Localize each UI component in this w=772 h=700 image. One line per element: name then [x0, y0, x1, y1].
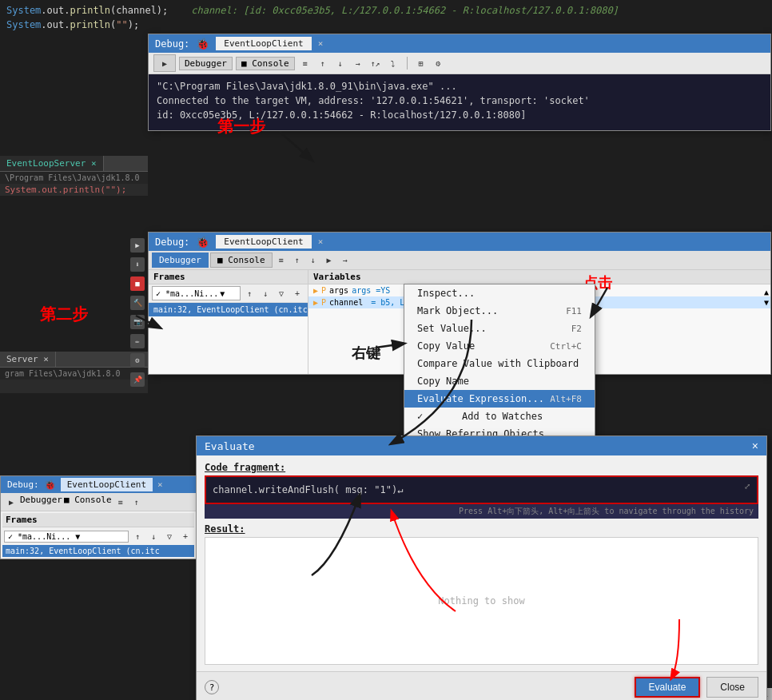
pin-icon-side[interactable]: 📌 [130, 372, 145, 387]
menu-item-copy-name[interactable]: Copy Name [404, 372, 595, 390]
up-frame-bottom[interactable]: ↑ [130, 529, 145, 543]
menu-item-compare-clipboard[interactable]: Compare Value with Clipboard [404, 355, 595, 372]
bottom-frame-item[interactable]: main:32, EventLoopClient (cn.itc [2, 545, 194, 557]
code-fragment-label: Code fragment: [205, 462, 758, 473]
left-ide-mid: Server × gram Files\Java\jdk1.8.0 [0, 352, 148, 393]
step-out-icon[interactable]: ↑↗ [368, 56, 383, 70]
scroll-up-icon[interactable]: ▲ [764, 288, 769, 296]
scroll-down-icon[interactable]: ▼ [764, 298, 769, 307]
filter-icon[interactable]: ▽ [274, 286, 289, 300]
down-frame-bottom[interactable]: ↓ [146, 529, 161, 543]
add-icon[interactable]: + [290, 286, 304, 300]
edit-icon-side[interactable]: ✏ [130, 334, 145, 348]
gear-icon-side[interactable]: ⚙ [130, 353, 145, 368]
debugger-tab-bottom[interactable]: Debugger [20, 495, 62, 509]
left-ide-tab-bar-top: EventLoopServer × [0, 156, 148, 172]
close-dialog-button[interactable]: Close [706, 677, 758, 698]
help-icon[interactable]: ? [205, 680, 219, 694]
code-input-box[interactable]: channel.writeAndFlush( msg: "1")↵ ⤢ [205, 475, 758, 504]
play-icon-side[interactable]: ▶ [130, 238, 145, 253]
evaluate-title: Evaluate [205, 440, 255, 452]
thread-dropdown-bottom[interactable]: ✓ *ma...Ni... ▼ [4, 531, 129, 543]
close-tab-top[interactable]: × [318, 38, 324, 49]
result-area: Nothing to show [205, 537, 758, 665]
debug-label-mid: Debug: [155, 237, 189, 248]
debug-title-bar-mid: Debug: 🐞 EventLoopClient × [149, 233, 770, 251]
left-ide-path-top: \Program Files\Java\jdk1.8.0 [0, 172, 148, 184]
grid-icon[interactable]: ⊞ [414, 56, 428, 70]
arrow-icon-mid[interactable]: → [338, 253, 352, 268]
down-icon-mid[interactable]: ↓ [306, 253, 320, 268]
evaluate-footer: ? Evaluate Close [197, 671, 766, 700]
bottom-frames: Frames ✓ *ma...Ni... ▼ ↑ ↓ ▽ + main:32, … [1, 511, 196, 559]
menu-item-mark-object[interactable]: Mark Object... F11 [404, 302, 595, 320]
toolbar-btn-group: ▶ [153, 54, 176, 72]
hint-bar: Press Alt+向下箭头, Alt+向上箭头 to navigate thr… [205, 504, 758, 519]
settings-icon[interactable]: ⚙ [432, 56, 446, 70]
var-name-channel: channel [329, 298, 363, 307]
console-tab-bottom[interactable]: ■ Console [64, 495, 112, 509]
step2-annotation: 第二步 [40, 304, 88, 325]
menu-icon[interactable]: ≡ [298, 56, 312, 70]
left-ide-code-top: System.out.println(""); [0, 184, 148, 196]
debug-title-bar-bottom: Debug: 🐞 EventLoopClient × [1, 476, 196, 493]
side-icons: ▶ ⬇ ■ 🔨 📷 ✏ ⚙ 📌 [130, 232, 148, 387]
left-ide-tab-top[interactable]: EventLoopServer × [0, 156, 104, 171]
expand-input-icon[interactable]: ⤢ [744, 482, 750, 491]
output-line-1: "C:\Program Files\Java\jdk1.8.0_91\bin\j… [157, 79, 762, 93]
evaluate-close-x[interactable]: × [752, 439, 758, 452]
resume-icon[interactable]: ▶ [157, 56, 172, 70]
debug-tab-top[interactable]: EventLoopClient [216, 37, 311, 50]
build-icon-side[interactable]: 🔨 [130, 296, 145, 310]
frame-ctrl-bottom: ✓ *ma...Ni... ▼ ↑ ↓ ▽ + [2, 527, 194, 545]
frame-controls: ✓ *ma...Ni... ▼ ↑ ↓ ▽ + [149, 284, 308, 303]
up-icon-bottom[interactable]: ↑ [129, 495, 144, 509]
var-value-args: args =YS [352, 286, 390, 295]
debug-tab-bottom[interactable]: EventLoopClient [61, 478, 153, 491]
debug-title-bar-top: Debug: 🐞 EventLoopClient × [149, 34, 770, 53]
up-frame-icon[interactable]: ↑ [242, 286, 257, 300]
close-tab-mid[interactable]: × [318, 237, 324, 247]
down-frame-icon[interactable]: ↓ [258, 286, 273, 300]
resume-icon-bottom[interactable]: ▶ [4, 495, 18, 509]
frames-panel: Frames ✓ *ma...Ni... ▼ ↑ ↓ ▽ + main:32, … [149, 270, 308, 374]
stop-icon-side[interactable]: ■ [130, 276, 145, 291]
debug-toolbar-top: ▶ Debugger ■ Console ≡ ↑ ↓ → ↑↗ ⤵ ⊞ ⚙ [149, 53, 770, 74]
console-tab-btn[interactable]: ■ Console [236, 57, 295, 70]
debugger-tab[interactable]: Debugger [152, 253, 209, 268]
console-tab[interactable]: ■ Console [210, 253, 273, 268]
menu-item-set-value[interactable]: Set Value... F2 [404, 320, 595, 337]
evaluate-button[interactable]: Evaluate [635, 677, 701, 698]
menu-item-inspect[interactable]: Inspect... [404, 284, 595, 302]
var-type-args: P [321, 286, 326, 295]
left-ide-mid-path: gram Files\Java\jdk1.8.0 [0, 368, 148, 380]
arrow-right-icon[interactable]: → [351, 56, 365, 70]
debug-tab-mid[interactable]: EventLoopClient [216, 235, 311, 249]
filter-bottom[interactable]: ▽ [162, 529, 177, 543]
evaluate-title-bar: Evaluate × [197, 436, 766, 455]
var-name-args[interactable]: args [329, 286, 348, 295]
frame-item[interactable]: main:32, EventLoopClient (cn.itc [149, 303, 308, 316]
left-ide-mid-tab[interactable]: Server × [0, 352, 56, 367]
step-over-icon[interactable]: ⤵ [386, 56, 400, 70]
menu-item-copy-value[interactable]: Copy Value Ctrl+C [404, 337, 595, 355]
code-line-2: System.out.println(""); [6, 18, 766, 32]
menu-icon-bottom[interactable]: ≡ [113, 495, 128, 509]
resume-icon-mid[interactable]: ▶ [322, 253, 336, 268]
close-tab-bottom[interactable]: × [157, 479, 163, 490]
left-ide-mid-tabs: Server × [0, 352, 148, 368]
menu-item-add-watches[interactable]: ✓ Add to Watches [404, 408, 595, 425]
code-input-text[interactable]: channel.writeAndFlush( msg: "1")↵ [213, 484, 403, 495]
step-icon-side[interactable]: ⬇ [130, 257, 145, 272]
code-line-1: System.out.println(channel); channel: [i… [6, 3, 766, 18]
up-icon-mid[interactable]: ↑ [290, 253, 304, 268]
thread-dropdown[interactable]: ✓ *ma...Ni... ▼ [152, 286, 241, 300]
left-ide-top: EventLoopServer × \Program Files\Java\jd… [0, 156, 148, 196]
menu-icon-mid[interactable]: ≡ [274, 253, 289, 268]
camera-icon-side[interactable]: 📷 [130, 315, 145, 329]
debugger-tab-btn[interactable]: Debugger [179, 57, 233, 70]
down-icon[interactable]: ↓ [333, 56, 348, 70]
add-bottom[interactable]: + [178, 529, 193, 543]
up-icon[interactable]: ↑ [316, 56, 330, 70]
menu-item-evaluate[interactable]: Evaluate Expression... Alt+F8 [404, 390, 595, 408]
